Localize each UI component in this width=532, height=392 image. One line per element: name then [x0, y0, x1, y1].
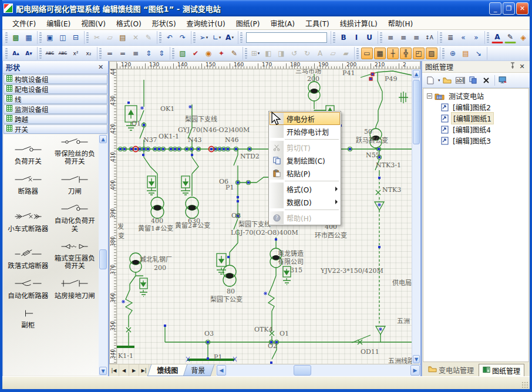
print-preview-icon[interactable]: ◫: [57, 32, 69, 43]
connector-tool-icon[interactable]: ∟▾: [211, 32, 223, 43]
drawing-explorer-toggle-icon[interactable]: ▨: [426, 48, 437, 59]
shape-group-1[interactable]: 构筑设备组: [4, 75, 107, 84]
context-menu-item[interactable]: 格式(O): [270, 183, 340, 195]
shape-group-5[interactable]: 跨越: [4, 114, 107, 124]
stencil-item[interactable]: 断路器: [5, 174, 52, 195]
pin-icon[interactable]: [508, 62, 517, 71]
tree-item[interactable]: [编辑]图纸2: [423, 102, 528, 113]
toolbar-grip[interactable]: [245, 48, 247, 59]
line-spacing-1-icon[interactable]: =: [104, 48, 116, 59]
line-spacing-2-icon[interactable]: ≡: [130, 48, 142, 59]
tree-item[interactable]: [编辑]图纸1: [423, 113, 528, 124]
bring-front-icon[interactable]: ▱: [327, 48, 339, 59]
context-menu-item[interactable]: 剪切(T): [270, 141, 340, 154]
report-table-icon[interactable]: ▦: [23, 32, 35, 43]
page-nav-button[interactable]: ◀: [119, 364, 129, 376]
close-button[interactable]: ✕: [516, 2, 528, 15]
toolbar-grip[interactable]: [86, 32, 89, 43]
menubar-item[interactable]: 格式(O): [111, 16, 147, 30]
resize-grip[interactable]: [521, 381, 528, 388]
scroll-left-icon[interactable]: ◀: [217, 365, 226, 376]
toolbar-grip[interactable]: [442, 48, 445, 59]
stencil-item[interactable]: 负荷开关: [5, 137, 52, 166]
toolbar-grip[interactable]: [99, 48, 102, 59]
stencil-item[interactable]: 小车式断路器: [5, 204, 52, 233]
redo-icon[interactable]: ↷: [177, 32, 188, 43]
rotate-text-icon[interactable]: A: [314, 48, 326, 59]
shape-group-6[interactable]: 开关: [4, 124, 107, 134]
scroll-up-icon[interactable]: ▲: [413, 70, 420, 78]
stamp-icon[interactable]: ✦: [216, 48, 227, 59]
ruler-toggle-icon[interactable]: ▭: [361, 48, 373, 59]
tree-collapse-icon[interactable]: [427, 93, 432, 99]
para-space-up-icon[interactable]: ⇕: [143, 48, 154, 59]
toolbar-grip[interactable]: [487, 32, 489, 43]
send-back-icon[interactable]: ▰: [340, 48, 352, 59]
print-icon[interactable]: ⊟: [70, 32, 82, 43]
subscript-icon[interactable]: x₂: [83, 48, 95, 59]
scroll-thumb[interactable]: [413, 80, 420, 144]
tree-root-row[interactable]: 测试变电站: [423, 90, 528, 102]
font-color-icon[interactable]: A: [491, 32, 503, 43]
page-nav-button[interactable]: ▶: [129, 364, 139, 376]
save-icon[interactable]: ▣: [44, 32, 56, 43]
rename-drawing-icon[interactable]: abl: [454, 75, 466, 86]
stencil-item[interactable]: 箱式变压器负荷开关: [52, 241, 99, 271]
delete-drawing-icon[interactable]: [480, 75, 492, 86]
align-left-icon[interactable]: ≡: [385, 32, 396, 43]
para-space-down-icon[interactable]: ⇕: [156, 48, 167, 59]
bold-icon[interactable]: B: [338, 32, 349, 43]
rotate-right-icon[interactable]: ↻: [301, 48, 313, 59]
connection-points-toggle-icon[interactable]: ╬: [400, 48, 412, 59]
scroll-up-icon[interactable]: ▲: [99, 135, 107, 143]
copy-icon[interactable]: ▱: [104, 32, 116, 43]
toolbar-grip[interactable]: [39, 48, 42, 59]
cut-icon[interactable]: ✂: [91, 32, 103, 43]
paste-icon[interactable]: ▤: [117, 32, 129, 43]
copy-drawing-icon[interactable]: [467, 75, 479, 86]
restore-button[interactable]: ❐: [503, 2, 515, 15]
stencil-item[interactable]: 刀闸: [52, 174, 99, 195]
properties-icon[interactable]: ▤: [460, 48, 472, 59]
scroll-thumb[interactable]: [99, 249, 107, 269]
menubar-item[interactable]: 查询统计(U): [181, 16, 231, 30]
outdent-icon[interactable]: «: [457, 32, 469, 43]
line-jump-icon[interactable]: ↘: [473, 48, 484, 59]
drawing-canvas[interactable]: 三鸟市场200P41P49OK1O1梨园下支线GYJ-70(N46-O2)400…: [117, 69, 412, 364]
open-drawing-icon[interactable]: [442, 75, 453, 86]
stencil-item[interactable]: 自动化断路器: [5, 278, 52, 299]
find-drawing-icon[interactable]: ◉: [203, 48, 214, 59]
menubar-item[interactable]: 工具(T): [300, 16, 335, 30]
menubar-item[interactable]: 图纸(P): [231, 16, 265, 30]
shape-group-2[interactable]: 配电设备组: [4, 85, 107, 94]
toolbar-grip[interactable]: [5, 48, 8, 59]
menubar-item[interactable]: 线损计算(L): [335, 16, 383, 30]
toolbar-grip[interactable]: [440, 32, 442, 43]
shape-group-4[interactable]: 监测设备组: [4, 104, 107, 114]
context-menu-item[interactable]: 粘贴(P): [270, 167, 340, 180]
bullets-icon[interactable]: ≣: [445, 32, 456, 43]
fill-color-icon[interactable]: ◈: [517, 32, 529, 43]
stencil-item[interactable]: 跌落式熔断器: [5, 241, 52, 271]
line-spacing-15-icon[interactable]: =: [117, 48, 129, 59]
new-drawing-icon[interactable]: [425, 75, 436, 86]
text-tool-icon[interactable]: A▾: [224, 32, 235, 43]
stencil-item[interactable]: 自动化负荷开关: [52, 204, 99, 233]
scroll-down-icon[interactable]: ▼: [99, 367, 107, 375]
panel-tab-drawings[interactable]: 图纸管理: [479, 364, 524, 376]
context-menu-item[interactable]: 复制绘图(C): [270, 154, 340, 167]
canvas-hscrollbar[interactable]: ◀ ▶: [216, 364, 420, 376]
rotate-left-icon[interactable]: ↺: [288, 48, 300, 59]
approve-check-icon[interactable]: ✔: [190, 48, 201, 59]
scroll-right-icon[interactable]: ▶: [410, 365, 420, 376]
menubar-item[interactable]: 审批(A): [265, 16, 300, 30]
toolbar-grip[interactable]: [39, 32, 42, 43]
canvas-vscrollbar[interactable]: ▲ ▼: [412, 69, 420, 364]
stencil-item[interactable]: 带保险丝的负荷开关: [52, 137, 99, 166]
scroll-down-icon[interactable]: ▼: [413, 355, 420, 363]
flip-horizontal-icon[interactable]: ◧: [262, 48, 274, 59]
menubar-item[interactable]: 编辑(E): [41, 16, 76, 30]
vertical-text-icon[interactable]: ↕A: [423, 32, 435, 43]
toolbar-grip[interactable]: [333, 32, 335, 43]
font-shrink-icon[interactable]: A▾: [23, 48, 35, 59]
